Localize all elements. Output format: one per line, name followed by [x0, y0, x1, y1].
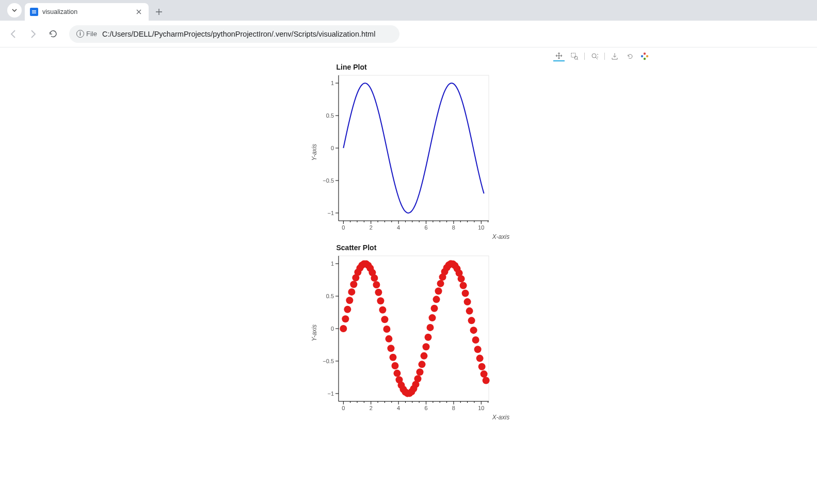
svg-point-161 — [482, 377, 489, 384]
svg-point-150 — [459, 282, 467, 289]
svg-point-156 — [472, 336, 479, 344]
svg-point-131 — [420, 352, 427, 360]
svg-point-113 — [383, 326, 390, 333]
svg-point-96 — [348, 288, 355, 296]
svg-text:10: 10 — [478, 224, 484, 231]
svg-point-108 — [373, 281, 380, 288]
svg-point-92 — [340, 325, 347, 332]
tab-close-button[interactable] — [134, 7, 143, 17]
svg-rect-51 — [339, 256, 489, 401]
svg-text:−0.5: −0.5 — [323, 358, 334, 364]
y-axis-label: Y-axis — [311, 324, 318, 341]
svg-point-6 — [643, 53, 645, 55]
url-text: C:/Users/DELL/PycharmProjects/pythonProj… — [102, 30, 375, 38]
plus-icon — [155, 8, 163, 15]
svg-point-129 — [416, 368, 423, 376]
svg-point-132 — [422, 343, 429, 350]
svg-point-149 — [457, 275, 464, 282]
reset-icon — [627, 53, 634, 60]
svg-point-94 — [344, 306, 351, 313]
svg-text:0: 0 — [342, 224, 345, 231]
arrow-left-icon — [9, 29, 18, 39]
browser-tab[interactable]: visualization — [25, 3, 149, 21]
svg-point-9 — [640, 55, 643, 57]
svg-point-112 — [381, 316, 388, 323]
reset-tool-button[interactable] — [624, 51, 636, 61]
wheel-zoom-icon — [591, 53, 598, 60]
y-axis-label: Y-axis — [311, 144, 318, 160]
toolbar-separator — [584, 53, 585, 60]
svg-point-93 — [342, 315, 349, 322]
svg-point-118 — [393, 370, 401, 377]
svg-point-153 — [466, 307, 473, 315]
box-zoom-tool-button[interactable] — [569, 51, 580, 61]
svg-point-151 — [461, 290, 469, 297]
bokeh-logo-icon[interactable] — [640, 52, 649, 61]
plot-title: Scatter Plot — [337, 243, 672, 252]
plot-title: Line Plot — [337, 63, 672, 71]
svg-point-116 — [389, 354, 396, 361]
svg-point-107 — [371, 274, 378, 282]
forward-button[interactable] — [25, 26, 41, 42]
svg-text:6: 6 — [424, 224, 427, 231]
wheel-zoom-tool-button[interactable] — [589, 51, 600, 61]
svg-point-160 — [480, 370, 487, 378]
address-bar[interactable]: i File C:/Users/DELL/PycharmProjects/pyt… — [69, 25, 399, 43]
svg-point-138 — [435, 287, 442, 295]
svg-text:8: 8 — [452, 224, 455, 231]
arrow-right-icon — [28, 29, 38, 39]
svg-point-97 — [350, 281, 357, 288]
svg-rect-1 — [32, 11, 36, 12]
svg-rect-2 — [32, 13, 36, 13]
scatter-plot-canvas[interactable]: 0246810−1−0.500.51 — [319, 253, 492, 413]
svg-text:0: 0 — [330, 326, 333, 332]
svg-text:2: 2 — [369, 405, 372, 411]
box-zoom-icon — [571, 53, 578, 60]
svg-point-111 — [379, 306, 386, 314]
svg-point-135 — [428, 314, 436, 321]
tab-title: visualization — [42, 8, 130, 15]
pan-tool-button[interactable] — [553, 51, 565, 61]
svg-text:0.5: 0.5 — [326, 293, 333, 299]
url-scheme-chip: i File — [76, 30, 97, 38]
bokeh-toolbar — [466, 51, 651, 62]
info-icon[interactable]: i — [76, 30, 84, 38]
svg-text:0: 0 — [342, 405, 345, 411]
svg-point-110 — [377, 297, 384, 304]
svg-point-95 — [346, 297, 353, 304]
toolbar-separator — [604, 53, 605, 60]
svg-rect-0 — [32, 10, 36, 11]
scatter-plot-block: Scatter Plot Y-axis 0246810−1−0.500.51 X… — [311, 243, 672, 421]
svg-text:10: 10 — [478, 405, 484, 411]
save-tool-button[interactable] — [609, 51, 620, 61]
svg-text:−0.5: −0.5 — [323, 177, 334, 184]
save-icon — [611, 53, 618, 60]
svg-point-114 — [385, 335, 392, 343]
svg-text:−1: −1 — [327, 391, 334, 397]
svg-point-136 — [430, 305, 438, 312]
svg-text:1: 1 — [330, 261, 333, 267]
svg-text:4: 4 — [397, 405, 400, 411]
new-tab-button[interactable] — [152, 5, 166, 19]
svg-point-157 — [474, 346, 481, 353]
svg-text:6: 6 — [424, 405, 427, 411]
svg-point-128 — [414, 375, 421, 382]
svg-point-115 — [387, 345, 394, 352]
svg-text:0: 0 — [330, 145, 333, 151]
back-button[interactable] — [5, 26, 22, 42]
svg-point-134 — [426, 324, 434, 331]
svg-point-137 — [432, 296, 440, 303]
reload-button[interactable] — [44, 26, 61, 42]
svg-text:4: 4 — [397, 224, 400, 231]
svg-point-154 — [468, 317, 475, 324]
svg-point-109 — [375, 289, 382, 296]
chevron-down-icon — [12, 8, 17, 13]
close-icon — [136, 9, 141, 14]
line-plot-canvas[interactable]: 0246810−1−0.500.51 — [319, 72, 492, 232]
svg-point-159 — [478, 363, 485, 370]
page-content: Line Plot Y-axis 0246810−1−0.500.51 X-ax… — [0, 47, 817, 424]
svg-point-7 — [646, 55, 648, 57]
plot-column: Line Plot Y-axis 0246810−1−0.500.51 X-ax… — [311, 51, 672, 424]
svg-point-5 — [592, 54, 596, 58]
tabs-dropdown-button[interactable] — [7, 3, 22, 18]
